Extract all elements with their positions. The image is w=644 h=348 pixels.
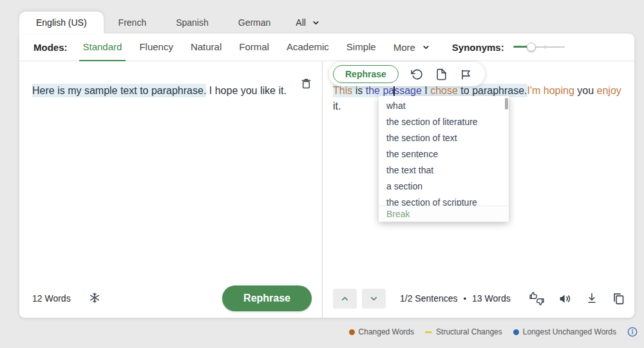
synonym-options-list: what the section of literature the secti…	[379, 96, 509, 206]
modes-bar: Modes: Standard Fluency Natural Formal A…	[19, 34, 634, 61]
trash-icon	[299, 77, 313, 90]
legend-label: Structural Changes	[436, 327, 502, 336]
input-panel-footer: 12 Words Rephrase	[32, 284, 312, 313]
legend-item: Structural Changes	[425, 327, 502, 336]
synonym-option[interactable]: the text that	[379, 162, 509, 179]
rephrase-button[interactable]: Rephrase	[222, 285, 312, 311]
synonyms-slider-tick	[545, 45, 545, 49]
document-button[interactable]	[435, 68, 448, 81]
synonym-option[interactable]: the sentence	[379, 146, 509, 162]
chevron-up-icon	[340, 294, 350, 304]
synonyms-control: Synonyms:	[452, 42, 565, 53]
output-floating-toolbar: Rephrase	[329, 62, 485, 86]
legend-marker	[513, 329, 519, 335]
mode-tab[interactable]: Formal	[239, 34, 269, 61]
synonyms-slider-handle[interactable]	[527, 43, 536, 52]
speaker-icon	[558, 292, 572, 305]
more-modes-dropdown[interactable]: More	[393, 42, 430, 53]
read-aloud-button[interactable]	[558, 292, 572, 305]
break-option[interactable]: Break	[379, 206, 509, 222]
delete-text-button[interactable]	[298, 75, 314, 93]
legend-marker	[349, 329, 355, 335]
output-word[interactable]: to paraphrase.	[458, 85, 527, 96]
download-icon	[585, 292, 598, 305]
flag-button[interactable]	[460, 68, 472, 81]
output-word-count: 13 Words	[472, 293, 511, 304]
language-tab-all-label: All	[296, 17, 306, 28]
output-word[interactable]: I'm hoping	[527, 85, 574, 96]
output-stats: 1/2 Sentences • 13 Words	[400, 293, 511, 304]
output-word[interactable]: you	[574, 85, 597, 96]
input-word-count: 12 Words	[32, 293, 71, 304]
more-modes-label: More	[393, 42, 415, 53]
synonym-option[interactable]: what	[379, 98, 509, 114]
undo-icon	[411, 68, 423, 81]
feedback-button[interactable]	[529, 291, 545, 306]
mode-tab[interactable]: Natural	[191, 34, 222, 61]
legend-item: Changed Words	[349, 327, 415, 336]
flag-icon	[460, 68, 472, 81]
synonym-option[interactable]: the section of literature	[379, 114, 509, 130]
thumbs-feedback-icon	[529, 291, 545, 306]
chevron-down-icon	[369, 294, 379, 304]
language-tab[interactable]: English (US)	[19, 12, 104, 34]
mode-tab[interactable]: Simple	[346, 34, 376, 61]
output-word[interactable]: chose	[430, 85, 458, 96]
legend-label: Changed Words	[359, 327, 415, 336]
legend-bar: Changed Words Structural Changes Longest…	[349, 327, 638, 337]
output-actions	[529, 291, 625, 306]
dropdown-scrollbar[interactable]	[505, 98, 508, 110]
output-panel-footer: 1/2 Sentences • 13 Words	[333, 284, 625, 313]
mode-tab[interactable]: Fluency	[139, 34, 173, 61]
info-icon	[627, 327, 638, 337]
output-word[interactable]: it.	[333, 101, 341, 111]
stats-separator: •	[464, 294, 467, 304]
paraphraser-app: English (US) French Spanish German All M…	[0, 0, 644, 348]
snowflake-icon	[88, 291, 102, 305]
synonyms-slider[interactable]	[513, 43, 565, 52]
synonym-option[interactable]: a section	[379, 179, 509, 195]
language-tab[interactable]: French	[104, 12, 162, 34]
language-tabbar: English (US) French Spanish German All	[19, 12, 330, 34]
input-panel: Here is my sample text to paraphrase. I …	[19, 61, 322, 318]
export-button[interactable]	[585, 292, 598, 305]
output-word[interactable]: This	[333, 85, 352, 96]
output-word[interactable]: ssage	[394, 85, 422, 96]
chevron-down-icon	[422, 43, 430, 52]
synonym-option[interactable]: the section of scripture	[379, 195, 509, 206]
output-word[interactable]: enjoy	[597, 85, 621, 96]
language-tab[interactable]: Spanish	[161, 12, 223, 34]
paraphraser-card: Modes: Standard Fluency Natural Formal A…	[19, 34, 634, 318]
copy-button[interactable]	[612, 292, 625, 305]
mode-tab[interactable]: Academic	[287, 34, 329, 61]
synonyms-label: Synonyms:	[452, 42, 504, 53]
legend-marker	[425, 331, 432, 333]
legend-info-button[interactable]	[627, 327, 638, 337]
previous-sentence-button[interactable]	[333, 289, 357, 309]
document-icon	[435, 68, 448, 81]
rephrase-again-button[interactable]: Rephrase	[333, 65, 399, 83]
copy-icon	[612, 292, 625, 305]
synonym-option[interactable]: the section of text	[379, 130, 509, 146]
next-sentence-button[interactable]	[362, 289, 386, 309]
modes-list: Standard Fluency Natural Formal Academic…	[83, 34, 393, 61]
undo-button[interactable]	[411, 68, 423, 81]
output-word[interactable]: is	[352, 85, 365, 96]
input-text-editor[interactable]: Here is my sample text to paraphrase. I …	[32, 83, 294, 99]
output-word[interactable]: the pa	[366, 85, 394, 96]
output-word[interactable]: I	[422, 85, 430, 96]
synonym-dropdown: what the section of literature the secti…	[379, 96, 509, 222]
language-tab-all[interactable]: All	[285, 12, 330, 34]
sentence-counter: 1/2 Sentences	[400, 293, 458, 304]
legend-label: Longest Unchanged Words	[523, 327, 616, 336]
input-highlighted-sentence[interactable]: Here is my sample text to paraphrase.	[32, 84, 206, 97]
modes-label: Modes:	[33, 42, 68, 53]
mode-tab[interactable]: Standard	[83, 34, 122, 61]
chevron-down-icon	[312, 19, 320, 27]
input-rest-text[interactable]: I hope you like it.	[206, 85, 287, 96]
freeze-words-button[interactable]	[86, 289, 103, 308]
editor-panels: Here is my sample text to paraphrase. I …	[19, 61, 634, 318]
legend-item: Longest Unchanged Words	[513, 327, 616, 336]
language-tab[interactable]: German	[223, 12, 286, 34]
